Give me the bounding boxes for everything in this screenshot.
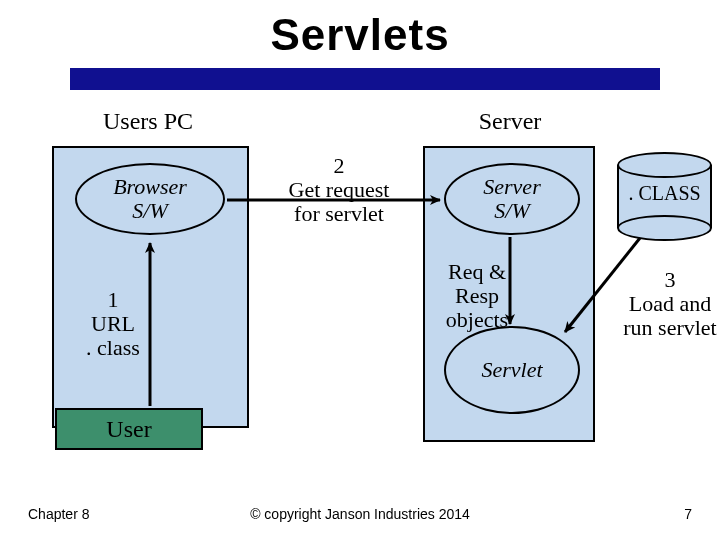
user-text: User [106,416,151,443]
footer-copyright: © copyright Janson Industries 2014 [0,506,720,522]
title-underline [70,68,660,90]
user-box: User [55,408,203,450]
req-resp-label: Req & Resp objects [432,260,522,333]
step-2-label: 2 Get request for servlet [269,154,409,227]
server-sw-text: Server S/W [483,175,540,223]
server-label: Server [460,108,560,134]
step-1-label: 1 URL . class [73,288,153,361]
slide: Servlets Users PC Server Browser S/W Ser… [0,0,720,540]
class-cylinder: . CLASS [617,152,712,228]
slide-title: Servlets [0,10,720,60]
browser-sw-text: Browser S/W [113,175,187,223]
users-pc-label: Users PC [88,108,208,134]
footer-page-number: 7 [684,506,692,522]
step-3-label: 3 Load and run servlet [618,268,720,341]
server-sw-ellipse: Server S/W [444,163,580,235]
class-db-label: . CLASS [617,182,712,205]
servlet-ellipse: Servlet [444,326,580,414]
servlet-text: Servlet [481,358,542,382]
browser-sw-ellipse: Browser S/W [75,163,225,235]
